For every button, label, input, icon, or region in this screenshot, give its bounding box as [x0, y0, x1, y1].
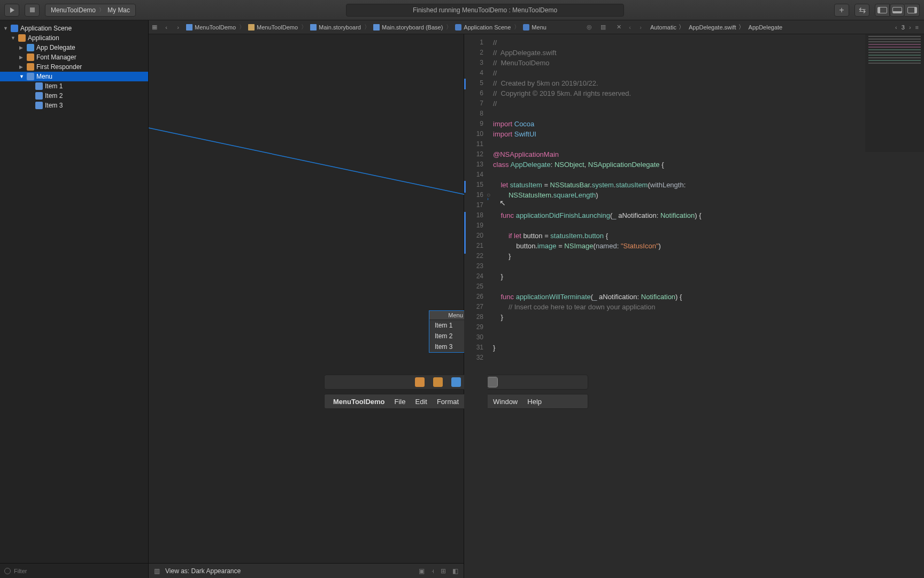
embed-button[interactable]: ▣	[419, 567, 425, 575]
file-crumb[interactable]: AppDelegate.swift	[684, 24, 738, 31]
code-line[interactable]: class AppDelegate: NSObject, NSApplicati…	[493, 159, 924, 170]
minimap[interactable]	[865, 34, 924, 152]
jumpbar-crumb[interactable]: Main.storyboard	[308, 20, 363, 34]
disclosure-triangle-icon[interactable]: ▶	[19, 45, 25, 50]
menubar-item[interactable]: Format	[437, 398, 459, 406]
code-line[interactable]	[493, 332, 924, 343]
editor-forward-button[interactable]: ›	[635, 24, 646, 31]
run-button[interactable]	[4, 4, 19, 17]
line-number[interactable]: 25	[464, 282, 483, 292]
code-line[interactable]: }	[493, 251, 924, 261]
code-text-view[interactable]: //// AppDelegate.swift// MenuToolDemo///…	[488, 34, 924, 578]
jumpbar-crumb[interactable]: Application Scene	[453, 20, 513, 34]
code-line[interactable]: func applicationWillTerminate(_ aNotific…	[493, 292, 924, 302]
code-line[interactable]: // Copyright © 2019 5km. All rights rese…	[493, 88, 924, 98]
code-line[interactable]	[493, 282, 924, 292]
close-editor-button[interactable]: ✕	[613, 24, 625, 31]
menubar-item[interactable]: Edit	[415, 398, 427, 406]
line-number[interactable]: 22	[464, 251, 483, 261]
code-line[interactable]: }	[493, 343, 924, 353]
library-button[interactable]	[834, 4, 849, 17]
menubar-item[interactable]: MenuToolDemo	[333, 398, 385, 406]
scheme-selector[interactable]: MenuToolDemo 〉 My Mac	[45, 4, 136, 17]
code-line[interactable]: import Cocoa	[493, 119, 924, 129]
outline-row[interactable]: ▼Menu	[0, 72, 148, 81]
outline-row[interactable]: Item 2	[0, 91, 148, 101]
code-line[interactable]: }	[493, 271, 924, 282]
line-number[interactable]: 32	[464, 353, 483, 363]
line-number[interactable]: 7	[464, 98, 483, 109]
code-line[interactable]: button.image = NSImage(named: "StatusIco…	[493, 241, 924, 251]
line-number[interactable]: 28	[464, 312, 483, 322]
outline-row[interactable]: ▶App Delegate	[0, 43, 148, 52]
filter-icon[interactable]	[4, 568, 11, 574]
code-line[interactable]: if let button = statusItem.button {	[493, 231, 924, 241]
code-line[interactable]	[493, 322, 924, 332]
line-number[interactable]: 30	[464, 332, 483, 343]
related-items-button[interactable]: ▦	[149, 24, 160, 31]
outline-row[interactable]: Item 1	[0, 81, 148, 91]
line-number[interactable]: 23	[464, 261, 483, 271]
line-number[interactable]: 2	[464, 48, 483, 58]
dock-application-icon[interactable]	[415, 377, 425, 387]
line-number[interactable]: 17	[464, 200, 483, 210]
constraints-button[interactable]: ⊞	[441, 567, 446, 575]
editor-options-button[interactable]: ≡	[915, 24, 919, 31]
outline-tree[interactable]: ▼ Application Scene ▼Application▶App Del…	[0, 20, 148, 563]
line-number[interactable]: 21	[464, 241, 483, 251]
jumpbar-crumb[interactable]: Menu	[521, 20, 549, 34]
counterpart-crumb[interactable]: Automatic	[646, 24, 679, 31]
code-line[interactable]	[493, 109, 924, 119]
outline-filter-input[interactable]	[14, 568, 144, 574]
next-issue-button[interactable]: ›	[909, 24, 911, 31]
line-number[interactable]: 24	[464, 271, 483, 282]
disclosure-triangle-icon[interactable]: ▼	[3, 26, 9, 31]
line-number[interactable]: 27	[464, 302, 483, 312]
outline-toggle-button[interactable]: ▥	[154, 567, 160, 575]
outline-row[interactable]: ▶First Responder	[0, 62, 148, 72]
interface-builder-canvas[interactable]: ↖ Menu Item 1Item 2Item 3 MenuToolDemoFi…	[149, 34, 464, 578]
toggle-inspector-button[interactable]	[905, 4, 920, 17]
line-number[interactable]: 12	[464, 149, 483, 159]
outline-row[interactable]: ▶Font Manager	[0, 52, 148, 62]
code-line[interactable]	[493, 363, 924, 373]
resolve-button[interactable]: ◧	[452, 567, 458, 575]
symbol-crumb[interactable]: AppDelegate	[744, 24, 785, 31]
line-number[interactable]: 14	[464, 170, 483, 180]
line-number[interactable]: 13	[464, 159, 483, 170]
jumpbar-crumb[interactable]: MenuToolDemo	[246, 20, 300, 34]
view-as-label[interactable]: View as: Dark Appearance	[165, 567, 241, 575]
adjust-editor-button[interactable]: ◎	[585, 24, 594, 31]
code-line[interactable]: import SwiftUI	[493, 129, 924, 139]
source-editor[interactable]: 1234567891011121314151617181920212223242…	[464, 34, 924, 578]
align-button[interactable]: ⫞	[431, 567, 434, 575]
line-number[interactable]: 5	[464, 78, 483, 88]
disclosure-triangle-icon[interactable]: ▼	[19, 74, 25, 79]
line-number[interactable]: 29	[464, 322, 483, 332]
line-number[interactable]: 1	[464, 37, 483, 48]
line-number[interactable]: 11	[464, 139, 483, 149]
code-line[interactable]: //	[493, 37, 924, 48]
issue-count[interactable]: 3	[902, 24, 905, 31]
prev-issue-button[interactable]: ‹	[895, 24, 897, 31]
line-number[interactable]: 4	[464, 68, 483, 78]
toggle-navigator-button[interactable]	[875, 4, 890, 17]
line-number[interactable]: 31	[464, 343, 483, 353]
line-number[interactable]: 9	[464, 119, 483, 129]
disclosure-triangle-icon[interactable]: ▶	[19, 55, 25, 60]
code-line[interactable]: // MenuToolDemo	[493, 58, 924, 68]
code-line[interactable]: func applicationDidFinishLaunching(_ aNo…	[493, 210, 924, 220]
line-number[interactable]: 8	[464, 109, 483, 119]
outline-row-scene[interactable]: ▼ Application Scene	[0, 24, 148, 33]
activity-status[interactable]: Finished running MenuToolDemo : MenuTool…	[346, 4, 624, 17]
disclosure-triangle-icon[interactable]: ▶	[19, 64, 25, 70]
outline-row[interactable]: ▼Application	[0, 33, 148, 43]
code-line[interactable]: //	[493, 68, 924, 78]
jumpbar-crumb[interactable]: MenuToolDemo	[184, 20, 238, 34]
code-line[interactable]	[493, 200, 924, 210]
line-number[interactable]: 19	[464, 220, 483, 231]
line-number[interactable]: 3	[464, 58, 483, 68]
stop-button[interactable]	[25, 4, 40, 17]
code-line[interactable]	[493, 170, 924, 180]
editor-back-button[interactable]: ‹	[625, 24, 635, 31]
